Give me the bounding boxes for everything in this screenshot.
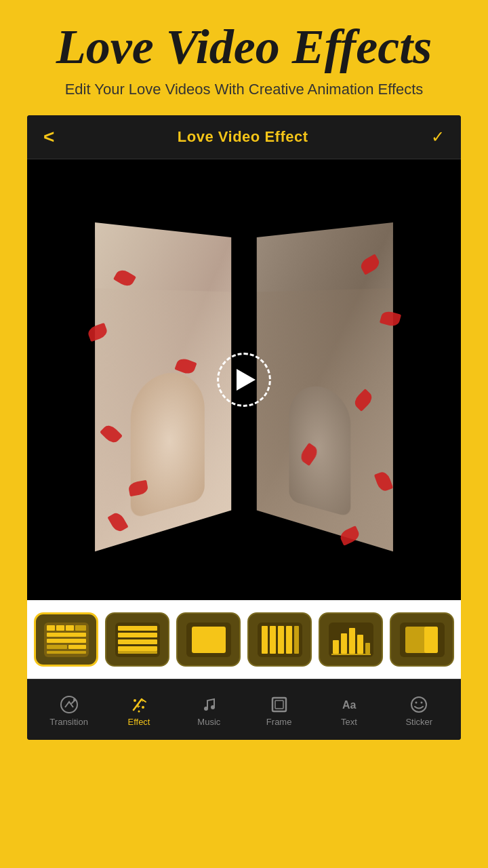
effect-nav-icon: + +	[129, 695, 148, 714]
svg-rect-33	[424, 627, 438, 653]
svg-point-48	[411, 697, 426, 712]
svg-rect-28	[357, 635, 363, 654]
transition-item-5[interactable]	[319, 612, 383, 667]
nav-item-text[interactable]: Aa Text	[314, 695, 384, 727]
svg-rect-15	[118, 651, 157, 654]
cube-animation	[75, 190, 413, 570]
svg-rect-1	[47, 625, 55, 631]
svg-rect-29	[365, 643, 370, 654]
transition-icon-5	[327, 621, 375, 658]
svg-rect-46	[275, 701, 283, 709]
text-nav-label: Text	[341, 717, 357, 727]
music-nav-label: Music	[197, 717, 220, 727]
svg-rect-7	[47, 645, 67, 649]
svg-rect-13	[118, 639, 157, 644]
editor-title: Love Video Effect	[178, 128, 308, 146]
app-title: Love Video Effects	[14, 20, 474, 74]
svg-rect-12	[118, 633, 157, 637]
transition-nav-icon	[60, 695, 79, 714]
svg-rect-23	[294, 626, 299, 654]
svg-point-35	[73, 698, 76, 701]
transition-nav-label: Transition	[49, 717, 88, 727]
svg-point-38	[134, 699, 136, 702]
nav-item-sticker[interactable]: Sticker	[384, 695, 454, 727]
transition-item-2[interactable]	[105, 612, 169, 667]
text-nav-icon: Aa	[340, 695, 359, 714]
transition-icon-4	[256, 621, 304, 658]
svg-rect-11	[118, 626, 157, 631]
svg-rect-22	[286, 626, 292, 654]
check-button[interactable]: ✓	[431, 127, 445, 146]
svg-text:+: +	[136, 703, 140, 710]
play-icon	[237, 369, 256, 391]
nav-item-music[interactable]: Music	[174, 695, 244, 727]
sticker-nav-icon	[409, 695, 428, 714]
music-nav-icon	[199, 695, 218, 714]
effect-nav-label: Effect	[127, 717, 150, 727]
editor-header: < Love Video Effect ✓	[27, 115, 461, 159]
frame-nav-icon	[270, 695, 289, 714]
svg-rect-8	[68, 645, 86, 649]
transitions-bar	[27, 600, 461, 679]
svg-rect-2	[56, 625, 64, 631]
svg-rect-3	[66, 625, 74, 631]
svg-point-39	[142, 706, 144, 709]
svg-rect-26	[341, 633, 347, 654]
svg-rect-27	[349, 628, 355, 654]
transition-icon-3	[185, 621, 232, 658]
editor-container: < Love Video Effect ✓	[27, 115, 461, 740]
svg-point-50	[421, 702, 423, 704]
cube-right-image	[257, 222, 393, 551]
nav-item-transition[interactable]: Transition	[34, 695, 104, 727]
nav-item-frame[interactable]: Frame	[244, 695, 314, 727]
bottom-nav: Transition + + Effect Music	[27, 679, 461, 740]
app-header: Love Video Effects Edit Your Love Videos…	[0, 0, 488, 108]
cube-right-face	[257, 222, 393, 551]
svg-rect-19	[262, 626, 268, 654]
play-button[interactable]	[217, 353, 271, 407]
svg-rect-20	[270, 626, 276, 654]
svg-rect-6	[47, 639, 86, 643]
cube-left-image	[95, 222, 231, 551]
sticker-nav-label: Sticker	[405, 717, 432, 727]
svg-point-49	[415, 702, 418, 704]
svg-text:+: +	[141, 698, 144, 704]
back-button[interactable]: <	[43, 126, 54, 148]
transition-icon-2	[114, 621, 161, 658]
app-subtitle: Edit Your Love Videos With Creative Anim…	[14, 81, 474, 98]
svg-point-43	[204, 707, 208, 711]
svg-rect-5	[47, 633, 86, 637]
transition-item-3[interactable]	[176, 612, 241, 667]
video-preview	[27, 159, 461, 600]
svg-rect-9	[47, 651, 86, 654]
svg-rect-25	[333, 640, 339, 654]
nav-item-effect[interactable]: + + Effect	[104, 695, 174, 727]
transition-icon-6	[399, 621, 446, 658]
svg-text:Aa: Aa	[342, 699, 357, 711]
svg-rect-14	[118, 646, 157, 651]
svg-rect-17	[192, 627, 226, 653]
transition-icon-1	[43, 621, 90, 658]
svg-rect-4	[75, 625, 86, 631]
svg-point-40	[138, 711, 140, 713]
transition-item-6[interactable]	[390, 612, 454, 667]
frame-nav-label: Frame	[266, 717, 292, 727]
svg-rect-30	[331, 654, 371, 655]
cube-left-face	[95, 222, 231, 551]
transition-item-1[interactable]	[34, 612, 98, 667]
svg-rect-21	[278, 626, 284, 654]
transition-item-4[interactable]	[247, 612, 312, 667]
svg-rect-45	[272, 698, 286, 711]
svg-point-44	[211, 705, 215, 709]
